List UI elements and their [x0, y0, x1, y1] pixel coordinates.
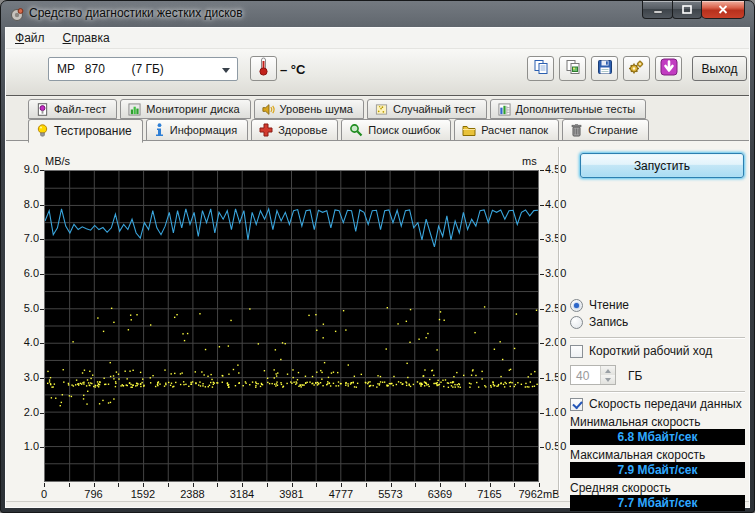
y-right-tick-label: 3.00	[545, 267, 566, 279]
tab-erase[interactable]: Стирание	[562, 119, 649, 141]
temperature-button[interactable]	[250, 56, 277, 81]
y-right-tick-label: 1.00	[545, 406, 566, 418]
y-left-tick	[40, 170, 44, 171]
x-tick	[217, 483, 218, 487]
exit-button[interactable]: Выход	[692, 56, 747, 81]
x-tick	[168, 483, 169, 487]
checkbox-transfer-rate[interactable]: Скорость передачи данных	[570, 397, 742, 411]
plot-svg	[44, 170, 539, 482]
y-right-tick	[540, 239, 544, 240]
checkbox-short-stroke-control[interactable]	[570, 345, 583, 358]
options-button[interactable]	[623, 56, 650, 81]
capacity-unit-label: ГБ	[628, 369, 642, 383]
y-left-tick	[40, 447, 44, 448]
menu-help[interactable]: Справка	[54, 28, 119, 48]
chevron-down-icon	[222, 68, 230, 73]
radio-read-control[interactable]	[570, 299, 583, 312]
x-tick	[292, 483, 293, 487]
disk-monitor-icon	[128, 103, 141, 116]
tab-error-scan[interactable]: Поиск ошибок	[341, 119, 451, 141]
y-right-tick-label: 4.00	[545, 198, 566, 210]
x-tick	[366, 483, 367, 487]
thermometer-icon	[258, 57, 269, 80]
y-left-tick	[40, 205, 44, 206]
radio-read[interactable]: Чтение	[570, 298, 629, 312]
save-icon	[597, 59, 613, 79]
y-left-tick-label: 8.0	[8, 198, 39, 210]
download-icon	[660, 58, 678, 80]
x-tick-label: 3184	[218, 488, 266, 500]
tab-label: Информация	[170, 124, 237, 136]
x-tick	[118, 483, 119, 487]
y-right-tick	[540, 274, 544, 275]
tab-label: Мониторинг диска	[146, 103, 239, 115]
tabstrip: Файл-тест Мониторинг диска Уровень шума …	[6, 97, 749, 141]
radio-write-control[interactable]	[570, 316, 583, 329]
min-speed-label: Минимальная скорость	[570, 415, 701, 429]
x-tick	[44, 483, 45, 487]
stepper-up-button[interactable]	[601, 366, 615, 375]
x-tick	[440, 483, 441, 487]
left-axis-title: MB/s	[45, 155, 70, 167]
x-tick	[490, 483, 491, 487]
capacity-stepper[interactable]: 40	[570, 365, 616, 385]
stepper-down-button[interactable]	[601, 375, 615, 384]
menubar: Файл Справка	[6, 28, 749, 49]
menu-file[interactable]: Файл	[6, 28, 54, 48]
radio-write[interactable]: Запись	[570, 315, 628, 329]
checkbox-short-stroke[interactable]: Короткий рабочий ход	[570, 344, 712, 358]
window-title: Средство диагностики жестких дисков	[29, 6, 243, 20]
y-right-tick	[540, 309, 544, 310]
x-tick	[193, 483, 194, 487]
separator	[570, 337, 745, 339]
close-button[interactable]	[701, 1, 745, 19]
drive-select[interactable]: MP 870 (7 ГБ)	[48, 57, 238, 81]
x-tick	[465, 483, 466, 487]
maximize-button[interactable]	[672, 1, 702, 19]
tab-folder-usage[interactable]: Расчет папок	[454, 119, 559, 141]
x-tick	[415, 483, 416, 487]
panel-separator	[558, 147, 560, 496]
save-button[interactable]	[591, 56, 618, 81]
radio-read-label: Чтение	[589, 298, 629, 312]
copy-button[interactable]	[527, 56, 554, 81]
x-tick-label: 3981	[268, 488, 316, 500]
tab-health[interactable]: Здоровье	[251, 119, 338, 141]
health-icon	[259, 123, 273, 137]
y-left-tick-label: 3.0	[8, 371, 39, 383]
random-test-icon	[375, 103, 388, 116]
y-left-tick-label: 7.0	[8, 232, 39, 244]
y-right-tick-label: 4.50	[545, 163, 566, 175]
tab-testing[interactable]: Тестирование	[28, 119, 143, 143]
tab-file-test[interactable]: Файл-тест	[28, 99, 117, 119]
y-left-tick-label: 2.0	[8, 406, 39, 418]
start-button-label: Запустить	[634, 159, 690, 173]
x-tick	[539, 483, 540, 487]
x-tick	[316, 483, 317, 487]
y-left-tick-label: 5.0	[8, 302, 39, 314]
x-tick-label: 5573	[367, 488, 415, 500]
tab-disk-monitor[interactable]: Мониторинг диска	[120, 99, 250, 119]
y-left-tick	[40, 378, 44, 379]
y-left-tick	[40, 309, 44, 310]
extra-tests-icon	[498, 103, 511, 116]
tab-information[interactable]: Информация	[146, 119, 248, 141]
separator	[570, 391, 745, 393]
x-tick	[69, 483, 70, 487]
tab-noise-level[interactable]: Уровень шума	[254, 99, 364, 119]
x-tick-label: 6369	[416, 488, 464, 500]
tab-extra-tests[interactable]: Дополнительные тесты	[490, 99, 647, 119]
minimize-button[interactable]	[642, 1, 673, 19]
start-button[interactable]: Запустить	[580, 153, 744, 178]
copy-image-icon	[565, 59, 581, 79]
download-button[interactable]	[655, 56, 682, 81]
x-tick	[391, 483, 392, 487]
x-tick-label: 4777	[317, 488, 365, 500]
x-tick-label: 796	[70, 488, 118, 500]
checkbox-transfer-rate-control[interactable]	[570, 398, 583, 411]
tab-random-test[interactable]: Случайный тест	[367, 99, 487, 119]
checkbox-short-stroke-label: Короткий рабочий ход	[589, 344, 712, 358]
copy-image-button[interactable]	[559, 56, 586, 81]
file-test-icon	[36, 103, 49, 116]
tab-label: Тестирование	[54, 124, 132, 138]
